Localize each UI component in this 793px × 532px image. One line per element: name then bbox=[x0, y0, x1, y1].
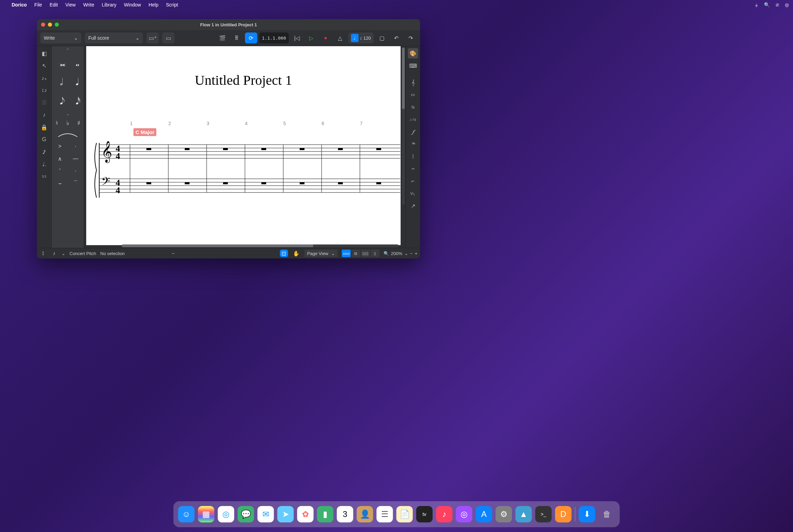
click-button[interactable]: △ bbox=[334, 32, 346, 43]
scroll-up-icon[interactable]: ⌃ bbox=[66, 48, 69, 53]
view-vertical[interactable]: ⊟ bbox=[351, 250, 360, 257]
layout-selector[interactable]: Full score ⌄ bbox=[85, 32, 143, 43]
vertical-scrollbar[interactable] bbox=[402, 48, 405, 205]
zoom-out-button[interactable]: − bbox=[410, 251, 413, 256]
app-name[interactable]: Dorico bbox=[12, 2, 27, 8]
lock-duration-tool[interactable]: 🔒 bbox=[39, 122, 49, 132]
select-tool[interactable]: ↖ bbox=[39, 61, 49, 71]
articulation-tenuto[interactable]: — bbox=[68, 153, 83, 164]
accidental-flat[interactable]: ♭ bbox=[63, 117, 73, 129]
techniques-button[interactable]: V┐ bbox=[408, 188, 418, 199]
dock-dorico[interactable]: D bbox=[555, 506, 572, 522]
dock-photos[interactable]: ✿ bbox=[297, 506, 314, 522]
dock-tv[interactable]: tv bbox=[416, 506, 433, 522]
time-signatures-button[interactable]: ¾ bbox=[408, 102, 418, 112]
dock-mail[interactable]: ✉ bbox=[258, 506, 274, 522]
view-horizontal[interactable]: ▯▯▯ bbox=[361, 250, 370, 257]
score-page[interactable]: Untitled Project 1 1 2 3 4 5 6 7 C Major bbox=[86, 46, 401, 245]
dynamics-button[interactable]: 𝆑 bbox=[408, 127, 418, 137]
chord-label[interactable]: C Major bbox=[133, 128, 156, 136]
galley-button[interactable]: ▭ bbox=[162, 32, 174, 43]
keyboard-panel-button[interactable]: ⌨ bbox=[408, 61, 418, 71]
menu-window[interactable]: Window bbox=[124, 2, 141, 8]
force-duration-tool[interactable]: G bbox=[39, 134, 49, 145]
spotlight-icon[interactable]: 🔍 bbox=[764, 2, 770, 8]
tuplet-tool[interactable]: 3:2 bbox=[39, 171, 49, 182]
undo-button[interactable]: ↶ bbox=[390, 32, 402, 43]
redo-button[interactable]: ↷ bbox=[404, 32, 417, 43]
view-single[interactable]: ▯ bbox=[370, 250, 379, 257]
dock-facetime[interactable]: ▮ bbox=[317, 506, 334, 522]
note-icon[interactable]: ♪ bbox=[51, 250, 57, 257]
menu-help[interactable]: Help bbox=[148, 2, 158, 8]
duration-half[interactable]: 𝅗𝅥 bbox=[53, 73, 67, 91]
zoom-value[interactable]: 200% bbox=[391, 251, 402, 256]
grace-note-tool[interactable]: ♪ bbox=[39, 110, 49, 120]
horizontal-scrollbar[interactable] bbox=[122, 244, 399, 247]
slur-tool[interactable] bbox=[54, 130, 81, 140]
panel-toggle[interactable]: ◧ bbox=[39, 48, 49, 58]
expand-icon[interactable]: ⌢ bbox=[172, 251, 175, 256]
dock-safari[interactable]: ◎ bbox=[218, 506, 234, 522]
repeats-button[interactable]: ⌐ bbox=[408, 176, 418, 186]
dock-launchpad[interactable]: ▦ bbox=[198, 506, 214, 522]
duration-sixteenth[interactable]: 𝅘𝅥𝅯 bbox=[68, 92, 83, 110]
transport-extra-button[interactable]: ▢ bbox=[376, 32, 388, 43]
articulation-fermata[interactable]: ⌣ bbox=[53, 177, 67, 189]
dotted-note-tool[interactable]: ♩. bbox=[39, 159, 49, 169]
articulation-accent[interactable]: > bbox=[53, 141, 67, 152]
zoom-search-icon[interactable]: 🔍 bbox=[384, 251, 389, 256]
dock-calendar[interactable]: 3 bbox=[337, 506, 353, 522]
tempo-button[interactable]: ♩=72 bbox=[408, 115, 418, 125]
wifi-icon[interactable]: ⏚ bbox=[755, 2, 758, 8]
concert-pitch-label[interactable]: Concert Pitch bbox=[69, 251, 96, 256]
zoom-in-button[interactable]: + bbox=[415, 251, 417, 256]
scroll-down-icon[interactable]: ⌄ bbox=[66, 111, 69, 117]
play-button[interactable]: ▷ bbox=[305, 32, 317, 43]
timecode-display[interactable]: 1.1.1.000 bbox=[259, 32, 289, 43]
dock-appstore[interactable]: A bbox=[476, 506, 492, 522]
video-button[interactable]: 🎬 bbox=[216, 32, 229, 43]
dock-trash[interactable]: 🗑 bbox=[599, 506, 615, 522]
hand-tool[interactable]: ✋ bbox=[292, 250, 300, 257]
holds-button[interactable]: 𝄐 bbox=[408, 164, 418, 174]
dock-finder[interactable]: ☺ bbox=[178, 506, 195, 522]
play-active-button[interactable]: ⟳ bbox=[245, 32, 257, 43]
mode-selector[interactable]: Write ⌄ bbox=[40, 32, 81, 43]
properties-panel-button[interactable]: 🎨 bbox=[408, 48, 418, 58]
menu-library[interactable]: Library bbox=[102, 2, 117, 8]
menu-script[interactable]: Script bbox=[166, 2, 178, 8]
articulation-stress[interactable]: ¯ bbox=[68, 177, 83, 189]
dock-freeform[interactable]: ▲ bbox=[516, 506, 532, 522]
clefs-button[interactable]: 𝄞 bbox=[408, 78, 418, 88]
menu-file[interactable]: File bbox=[34, 2, 42, 8]
duration-quarter[interactable]: 𝅘𝅥 bbox=[68, 73, 83, 91]
dock-downloads[interactable]: ⬇ bbox=[579, 506, 595, 522]
dock-podcasts[interactable]: ◎ bbox=[456, 506, 472, 522]
control-center-icon[interactable]: ⎚ bbox=[776, 2, 779, 8]
key-signatures-button[interactable]: ♯♯ bbox=[408, 90, 418, 100]
duration-whole[interactable]: 𝅝 bbox=[68, 54, 83, 72]
rest-input-tool[interactable]: ♪̷ bbox=[39, 147, 49, 157]
menu-edit[interactable]: Edit bbox=[50, 2, 58, 8]
articulation-staccato[interactable]: · bbox=[68, 141, 83, 152]
view-mode-selector[interactable]: Page View ⌄ bbox=[304, 250, 338, 257]
tempo-control[interactable]: ♩ ↕ 120 bbox=[348, 32, 374, 43]
marquee-tool[interactable]: ⊡ bbox=[280, 250, 288, 257]
articulation-marcato[interactable]: ∧ bbox=[53, 153, 67, 164]
duration-breve[interactable]: 𝅜 bbox=[53, 54, 67, 72]
chevron-down-icon[interactable]: ⌄ bbox=[404, 251, 408, 256]
mixer-button[interactable]: 🎚 bbox=[231, 32, 243, 43]
accidental-natural[interactable]: ♮ bbox=[52, 117, 62, 129]
chevron-down-icon[interactable]: ⌄ bbox=[62, 251, 65, 256]
menu-view[interactable]: View bbox=[65, 2, 76, 8]
dock-music[interactable]: ♪ bbox=[436, 506, 453, 522]
siri-icon[interactable]: ◎ bbox=[785, 2, 789, 8]
articulation-dot[interactable]: · bbox=[68, 165, 83, 177]
dock-maps[interactable]: ➤ bbox=[277, 506, 294, 522]
note-input-tool[interactable]: ♪₊ bbox=[39, 73, 49, 83]
dock-contacts[interactable]: 👤 bbox=[357, 506, 373, 522]
rewind-button[interactable]: |◁ bbox=[291, 32, 303, 43]
menu-write[interactable]: Write bbox=[83, 2, 94, 8]
articulation-staccatissimo[interactable]: ′ bbox=[53, 165, 67, 177]
